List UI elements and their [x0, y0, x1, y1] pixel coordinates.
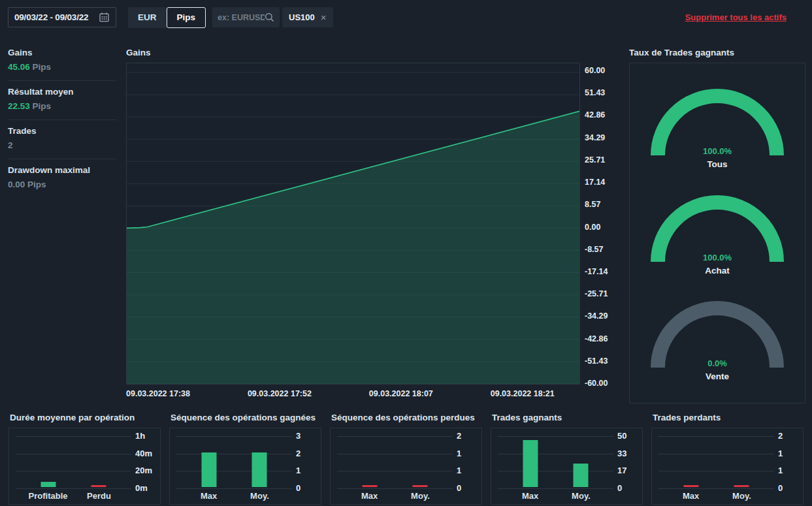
x-tick-label: 09.03.2022 17:52: [248, 389, 312, 398]
y-tick-label: 2: [778, 431, 800, 441]
x-tick-label: 09.03.2022 18:07: [369, 389, 433, 398]
remove-asset-icon[interactable]: ×: [321, 12, 327, 22]
bar-profitable: [41, 482, 56, 487]
asset-tag-label: US100: [289, 12, 315, 22]
mini-chart-plot: 5033170MaxMoy.: [491, 428, 643, 505]
y-tick-label: 0m: [135, 483, 157, 493]
gauge-label: Tous: [707, 159, 727, 169]
y-tick-label: -17.14: [585, 267, 608, 276]
stat-unit: Pips: [30, 62, 51, 72]
main-content: Gains45.06 PipsRésultat moyen22.53 PipsT…: [0, 42, 812, 403]
y-tick-label: 0: [457, 483, 479, 493]
gains-chart-body: 60.0051.4342.8634.2925.7117.148.570.00-8…: [126, 63, 619, 385]
bar-max: [362, 485, 377, 487]
mini-chart-plot: 3210MaxMoy.: [169, 428, 321, 505]
y-tick-label: 1: [778, 449, 800, 458]
stat-number: 22.53: [8, 101, 30, 111]
y-tick-label: 3: [296, 431, 318, 441]
gauge-label: Achat: [705, 266, 730, 276]
stat-number: 0.00: [8, 180, 25, 189]
stat-item-3: Drawdown maximal0.00 Pips: [8, 159, 117, 198]
search-icon: [265, 12, 274, 22]
gauge-achat: 100.0%Achat: [649, 191, 786, 276]
y-tick-label: -51.43: [585, 356, 608, 366]
date-range-value: 09/03/22 - 09/03/22: [14, 12, 88, 22]
bar-moy: [413, 485, 428, 487]
gauge-tous: 100.0%Tous: [649, 85, 786, 169]
stat-item-1: Résultat moyen22.53 Pips: [8, 81, 117, 120]
y-tick-label: -60.00: [585, 379, 608, 388]
gridline: [337, 454, 453, 454]
gauge-value: 100.0%: [649, 253, 786, 262]
stat-value: 45.06 Pips: [8, 62, 117, 72]
mini-chart-plot: 2110MaxMoy.: [651, 428, 804, 505]
stat-item-0: Gains45.06 Pips: [8, 42, 117, 81]
gridline: [658, 471, 774, 471]
y-tick-label: 0: [778, 483, 800, 493]
x-category-label: Max: [683, 491, 699, 501]
y-tick-label: 1: [778, 466, 800, 475]
gridline: [498, 454, 613, 454]
gridline: [176, 488, 292, 489]
asset-search[interactable]: [212, 7, 280, 27]
x-tick-label: 09.03.2022 18:21: [491, 389, 555, 398]
gridline: [176, 471, 292, 471]
gridline: [16, 436, 131, 437]
gauge-value: 100.0%: [649, 146, 786, 156]
win-rate-title: Taux de Trades gagnants: [629, 48, 805, 57]
y-tick-label: 1: [296, 466, 318, 475]
asset-search-input[interactable]: [218, 13, 265, 22]
x-category-label: Moy.: [732, 491, 751, 501]
unit-option-eur[interactable]: EUR: [128, 7, 167, 28]
remove-all-assets-link[interactable]: Supprimer tous les actifs: [685, 12, 787, 22]
stat-value: 22.53 Pips: [8, 101, 117, 111]
y-tick-label: 1: [457, 466, 479, 475]
gauge-arc: 100.0%: [649, 191, 786, 263]
x-category-label: Moy.: [572, 491, 591, 501]
stat-label: Trades: [8, 126, 117, 136]
x-category-label: Perdu: [87, 491, 111, 501]
y-tick-label: 1: [457, 449, 479, 458]
y-tick-label: 0.00: [585, 223, 600, 232]
y-tick-label: -34.29: [585, 311, 608, 321]
unit-toggle: EUR Pips: [128, 7, 206, 28]
mini-chart-avg_duration: Durée moyenne par opération1h40m20m0mPro…: [8, 413, 161, 505]
gridline: [498, 488, 613, 489]
mini-charts-row: Durée moyenne par opération1h40m20m0mPro…: [0, 413, 812, 505]
gridline: [498, 471, 613, 471]
gridline: [658, 436, 774, 437]
stat-label: Drawdown maximal: [8, 165, 117, 175]
gains-y-axis: 60.0051.4342.8634.2925.7117.148.570.00-8…: [580, 63, 619, 385]
mini-chart-losing_trades: Trades perdants2110MaxMoy.: [651, 413, 804, 505]
bar-moy: [734, 485, 749, 487]
gridline: [658, 488, 774, 489]
x-tick-label: 09.03.2022 17:38: [126, 389, 190, 398]
x-category-label: Max: [361, 491, 378, 501]
gains-x-axis: 09.03.2022 17:3809.03.2022 17:5209.03.20…: [126, 385, 580, 402]
stat-value: 0.00 Pips: [8, 180, 117, 189]
y-tick-label: 50: [617, 431, 640, 441]
gridline: [16, 454, 131, 454]
date-range-picker[interactable]: 09/03/22 - 09/03/22: [8, 7, 116, 27]
mini-chart-winning_trades: Trades gagnants5033170MaxMoy.: [491, 413, 643, 505]
stat-number: 2: [8, 140, 13, 150]
gridline: [658, 454, 774, 454]
asset-tag-us100[interactable]: US100 ×: [282, 7, 333, 27]
unit-option-pips[interactable]: Pips: [167, 7, 206, 28]
x-category-label: Max: [201, 491, 217, 501]
gains-chart-title: Gains: [126, 48, 619, 57]
mini-chart-losing_streak: Séquence des opérations perdues2110MaxMo…: [330, 413, 482, 505]
stat-label: Résultat moyen: [8, 87, 117, 97]
stat-value: 2: [8, 140, 117, 150]
gains-area-fill: [127, 111, 579, 384]
bar-moy: [252, 452, 267, 487]
top-toolbar: 09/03/22 - 09/03/22 EUR Pips: [0, 0, 812, 34]
stats-sidebar: Gains45.06 PipsRésultat moyen22.53 PipsT…: [8, 42, 117, 198]
y-tick-label: 2: [457, 431, 479, 441]
bar-perdu: [91, 485, 106, 487]
y-tick-label: 60.00: [585, 66, 605, 75]
stat-label: Gains: [8, 48, 117, 57]
mini-chart-title: Durée moyenne par opération: [10, 413, 161, 422]
mini-chart-winning_streak: Séquence des opérations gagnées3210MaxMo…: [169, 413, 321, 505]
gridline: [16, 471, 131, 471]
